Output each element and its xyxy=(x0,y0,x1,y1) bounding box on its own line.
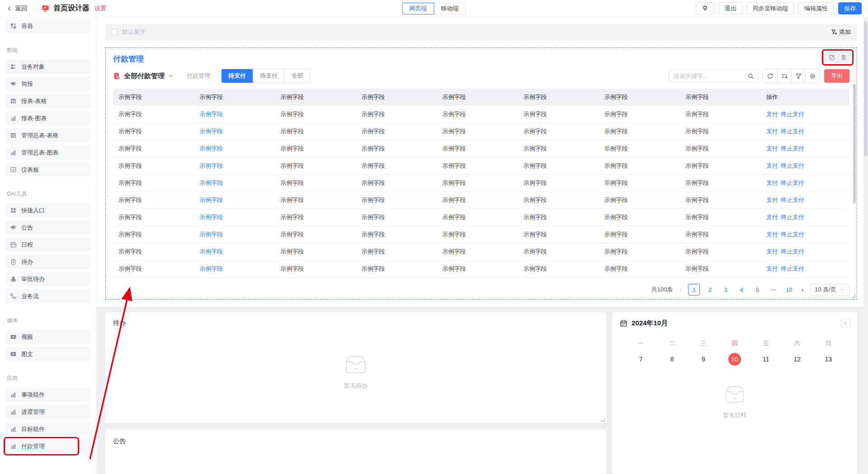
mode-tab-mobile[interactable]: 移动端 xyxy=(434,3,466,14)
sidebar-item-summary-table[interactable]: 管理总表-表格 xyxy=(5,128,91,142)
page-2[interactable]: 2 xyxy=(704,284,716,296)
sidebar-item-todo[interactable]: 待办 xyxy=(5,255,91,269)
pay-link[interactable]: 支付 xyxy=(766,111,778,117)
panel-resize-handle[interactable] xyxy=(852,294,855,298)
todo-resize-handle[interactable] xyxy=(601,418,605,422)
table-cell[interactable]: 示例字段 xyxy=(194,140,275,157)
segment-pending-pay[interactable]: 待支付 xyxy=(222,69,253,83)
add-button[interactable]: 添加 xyxy=(831,28,851,36)
trash-icon[interactable] xyxy=(840,54,847,61)
pay-link[interactable]: 支付 xyxy=(766,128,778,135)
table-row[interactable]: 示例字段示例字段示例字段示例字段示例字段示例字段示例字段示例字段支付终止支付 xyxy=(113,243,849,260)
sidebar-item-goal-component[interactable]: 目标组件 xyxy=(5,422,91,436)
pay-link[interactable]: 支付 xyxy=(766,162,778,169)
terminate-pay-link[interactable]: 终止支付 xyxy=(781,111,804,117)
table-cell[interactable]: 示例字段 xyxy=(194,192,275,209)
sidebar-item-summary-chart[interactable]: 管理总表-图表 xyxy=(5,145,91,160)
terminate-pay-link[interactable]: 终止支付 xyxy=(781,145,804,152)
tips-button[interactable] xyxy=(696,2,714,14)
terminate-pay-link[interactable]: 终止支付 xyxy=(781,197,804,203)
sidebar-item-quick-entry[interactable]: 快捷入口 xyxy=(5,203,91,217)
date-cell-9[interactable]: 9 xyxy=(688,353,719,366)
table-cell[interactable]: 示例字段 xyxy=(194,157,275,174)
sidebar-item-matter-component[interactable]: 事项组件 xyxy=(5,388,91,402)
export-button[interactable]: 导出 xyxy=(824,69,849,83)
table-cell[interactable]: 示例字段 xyxy=(194,174,275,192)
settings-link[interactable]: 设置 xyxy=(94,5,106,13)
edit-icon[interactable] xyxy=(829,54,835,61)
page-scrollbar[interactable] xyxy=(863,17,868,474)
panel-scrollbar-thumb[interactable] xyxy=(853,84,856,204)
terminate-pay-link[interactable]: 终止支付 xyxy=(781,214,804,221)
table-row[interactable]: 示例字段示例字段示例字段示例字段示例字段示例字段示例字段示例字段支付终止支付 xyxy=(113,106,849,123)
next-page-button[interactable]: › xyxy=(799,286,806,293)
table-cell[interactable]: 示例字段 xyxy=(194,209,275,226)
sync-to-mobile-button[interactable]: 同步至移动端 xyxy=(747,2,794,14)
table-row[interactable]: 示例字段示例字段示例字段示例字段示例字段示例字段示例字段示例字段支付终止支付 xyxy=(113,226,849,243)
sidebar-item-briefing[interactable]: 简报 xyxy=(5,77,91,91)
segment-all[interactable]: 全部 xyxy=(284,69,310,83)
terminate-pay-link[interactable]: 终止支付 xyxy=(781,179,804,186)
calendar-add-button[interactable] xyxy=(841,318,850,328)
sidebar-item-report-table[interactable]: 报表-表格 xyxy=(5,94,91,108)
date-cell-13[interactable]: 13 xyxy=(813,353,844,366)
pay-link[interactable]: 支付 xyxy=(766,265,778,272)
sidebar-item-video[interactable]: 视频 xyxy=(5,330,91,344)
search-input[interactable] xyxy=(669,73,743,80)
segment-to-pay[interactable]: 待支付 xyxy=(253,69,284,83)
table-cell[interactable]: 示例字段 xyxy=(194,260,275,277)
refresh-button[interactable] xyxy=(763,69,777,83)
page-5[interactable]: 5 xyxy=(751,284,763,296)
table-cell[interactable]: 示例字段 xyxy=(194,226,275,243)
table-row[interactable]: 示例字段示例字段示例字段示例字段示例字段示例字段示例字段示例字段支付终止支付 xyxy=(113,260,849,277)
table-row[interactable]: 示例字段示例字段示例字段示例字段示例字段示例字段示例字段示例字段支付终止支付 xyxy=(113,192,849,209)
pay-link[interactable]: 支付 xyxy=(766,248,778,255)
date-cell-12[interactable]: 12 xyxy=(782,353,813,366)
page-4[interactable]: 4 xyxy=(736,284,747,296)
terminate-pay-link[interactable]: 终止支付 xyxy=(781,128,804,135)
search-button[interactable] xyxy=(743,70,758,82)
notice-card[interactable]: 公告 xyxy=(105,430,606,474)
pay-link[interactable]: 支付 xyxy=(766,231,778,238)
sidebar-item-announcement[interactable]: 公告 xyxy=(5,221,91,235)
table-row[interactable]: 示例字段示例字段示例字段示例字段示例字段示例字段示例字段示例字段支付终止支付 xyxy=(113,123,849,140)
pay-link[interactable]: 支付 xyxy=(766,179,778,186)
page-10[interactable]: 10 xyxy=(783,284,795,296)
date-cell-10[interactable]: 10 xyxy=(719,353,750,366)
table-cell[interactable]: 示例字段 xyxy=(194,243,275,260)
terminate-pay-link[interactable]: 终止支付 xyxy=(781,162,804,169)
view-selector[interactable]: 全部付款管理 xyxy=(113,72,174,80)
terminate-pay-link[interactable]: 终止支付 xyxy=(781,248,804,255)
mode-tab-web[interactable]: 网页端 xyxy=(402,3,434,14)
table-row[interactable]: 示例字段示例字段示例字段示例字段示例字段示例字段示例字段示例字段支付终止支付 xyxy=(113,140,849,157)
sidebar-item-progress-management[interactable]: 进度管理 xyxy=(5,405,91,419)
page-size-select[interactable]: 10 条/页 xyxy=(810,284,849,296)
secondary-tab-label[interactable]: 付款管理 xyxy=(187,72,210,80)
page-1[interactable]: 1 xyxy=(688,284,700,296)
table-row[interactable]: 示例字段示例字段示例字段示例字段示例字段示例字段示例字段示例字段支付终止支付 xyxy=(113,174,849,192)
date-cell-8[interactable]: 8 xyxy=(656,353,688,366)
edit-attributes-button[interactable]: 编辑属性 xyxy=(798,2,834,14)
sidebar-item-business-object[interactable]: 业务对象 xyxy=(5,60,91,74)
pay-link[interactable]: 支付 xyxy=(766,214,778,221)
prev-page-button[interactable]: ‹ xyxy=(677,286,684,293)
sidebar-item-payment-management[interactable]: 付款管理 xyxy=(5,439,91,453)
sidebar-item-schedule[interactable]: 日程 xyxy=(5,238,91,252)
payment-component-panel[interactable]: 付款管理 全部付款管理 付款管理 待支付待支付全部 xyxy=(105,47,857,300)
page-scrollbar-thumb[interactable] xyxy=(864,21,868,156)
save-button[interactable]: 保存 xyxy=(838,2,862,14)
exit-button[interactable]: 退出 xyxy=(719,2,742,14)
terminate-pay-link[interactable]: 终止支付 xyxy=(781,231,804,238)
table-row[interactable]: 示例字段示例字段示例字段示例字段示例字段示例字段示例字段示例字段支付终止支付 xyxy=(113,209,849,226)
back-button[interactable]: 返回 xyxy=(6,5,28,13)
pay-link[interactable]: 支付 xyxy=(766,197,778,203)
page-3[interactable]: 3 xyxy=(720,284,731,296)
sidebar-item-image-text[interactable]: 图文 xyxy=(5,347,91,361)
todo-card[interactable]: 待办 暂无待办 xyxy=(105,312,606,423)
date-cell-11[interactable]: 11 xyxy=(750,353,782,366)
terminate-pay-link[interactable]: 终止支付 xyxy=(781,265,804,272)
date-cell-7[interactable]: 7 xyxy=(625,353,656,366)
table-cell[interactable]: 示例字段 xyxy=(194,123,275,140)
sidebar-item-dashboard[interactable]: 仪表板 xyxy=(5,163,91,177)
default-expand-checkbox[interactable] xyxy=(112,29,118,35)
